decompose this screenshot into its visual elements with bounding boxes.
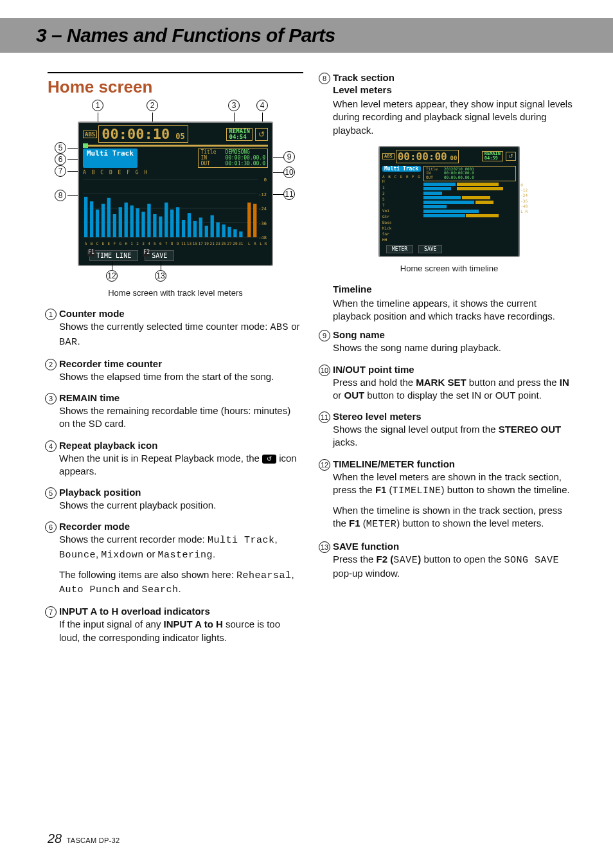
item-body: When the unit is in Repeat Playback mode…: [59, 452, 303, 478]
repeat-icon: ↺: [255, 128, 268, 141]
svg-rect-18: [107, 198, 111, 237]
svg-rect-26: [130, 206, 133, 238]
svg-rect-24: [125, 203, 128, 237]
item-body: Press the F2 (SAVE) button to open the S…: [333, 553, 577, 581]
item-9: 9Song nameShows the song name during pla…: [333, 329, 577, 354]
svg-rect-10: [84, 197, 87, 237]
svg-rect-66: [247, 203, 251, 237]
time-main: 00:00:10: [102, 126, 170, 142]
out-point: 00:01:30.00.0: [225, 161, 265, 167]
item-marker: 7: [45, 606, 57, 618]
callout-7: 7: [55, 165, 66, 177]
svg-text:L: L: [248, 241, 251, 246]
svg-text:D: D: [102, 241, 105, 246]
svg-text:R: R: [254, 241, 256, 246]
item-body: Shows the currently selected time counte…: [59, 320, 303, 349]
svg-text:19: 19: [204, 241, 209, 246]
level-meters: 0-12-24-36-48ABCDEFGH1234567891113151719…: [83, 177, 268, 248]
item-title: SAVE function: [333, 541, 577, 552]
callout-1: 1: [92, 100, 103, 111]
time-main-sm: 00:00:00: [398, 150, 447, 163]
item-7: 7INPUT A to H overload indicatorsIf the …: [59, 606, 303, 644]
svg-rect-44: [182, 220, 185, 237]
item-marker: 9: [319, 330, 330, 341]
svg-text:-12: -12: [258, 192, 267, 197]
item-title: Stereo level meters: [333, 411, 577, 422]
svg-rect-64: [239, 231, 242, 237]
item-marker: 2: [45, 359, 57, 370]
lcd-screen-timeline: ABS 00:00:00 00 REMAIN 04:59 ↺ Multi Tra…: [378, 146, 520, 257]
svg-rect-12: [90, 202, 93, 238]
svg-rect-52: [205, 226, 208, 237]
svg-text:L R: L R: [260, 241, 267, 246]
svg-rect-40: [170, 210, 173, 237]
svg-rect-36: [159, 217, 162, 237]
time-sub: 05: [175, 132, 184, 141]
song-info-box: TitleDEMOSONG IN00:00:00.00.0 OUT00:01:3…: [198, 149, 268, 168]
svg-text:-24: -24: [258, 206, 267, 212]
figure2-caption: Home screen with timeline: [321, 264, 577, 273]
item-body: If the input signal of any INPUT A to H …: [59, 618, 303, 644]
item-subtitle: Level meters: [333, 84, 577, 95]
item-title: INPUT A to H overload indicators: [59, 606, 303, 617]
svg-text:E: E: [108, 241, 111, 246]
f1-button: F1TIME LINE: [89, 250, 138, 261]
svg-rect-54: [211, 215, 214, 237]
svg-rect-68: [253, 204, 256, 237]
svg-text:-36: -36: [258, 221, 267, 226]
item-11: 11Stereo level metersShows the signal le…: [333, 411, 577, 449]
svg-text:11: 11: [181, 241, 186, 246]
svg-text:13: 13: [187, 241, 192, 246]
item-body: Shows the remaining recordable time (hou…: [59, 404, 303, 431]
svg-rect-16: [102, 204, 105, 237]
svg-text:27: 27: [227, 241, 232, 246]
counter-mode: ABS: [83, 131, 97, 138]
timeline-area: 0-12-24-36-48L R: [423, 183, 516, 217]
item-body: Shows the current playback position.: [59, 499, 303, 512]
chapter-banner: 3 – Names and Functions of Parts: [0, 18, 613, 53]
items-right: 9Song nameShows the song name during pla…: [321, 329, 577, 580]
svg-text:15: 15: [193, 241, 198, 246]
item-13: 13SAVE functionPress the F2 (SAVE) butto…: [333, 541, 577, 581]
svg-text:2: 2: [136, 241, 139, 246]
svg-rect-22: [119, 208, 122, 238]
item-body: Shows the signal level output from the S…: [333, 423, 577, 449]
svg-rect-42: [176, 208, 179, 238]
item-title: TIMELINE/METER function: [333, 458, 577, 469]
timeline-body: When the timeline appears, it shows the …: [333, 297, 577, 323]
svg-text:C: C: [96, 241, 99, 246]
svg-rect-50: [199, 218, 202, 238]
svg-text:H: H: [125, 241, 127, 246]
remain-value: 04:54: [229, 134, 250, 140]
section-title: Home screen: [48, 77, 303, 97]
item-marker: 4: [45, 440, 57, 452]
svg-text:B: B: [91, 241, 93, 246]
item-2: 2Recorder time counterShows the elapsed …: [59, 358, 303, 383]
item-body: Shows the song name during playback.: [333, 341, 577, 354]
item-title: REMAIN time: [59, 392, 303, 403]
item-title: Song name: [333, 329, 577, 340]
item-body: When the level meters are shown in the t…: [333, 471, 577, 498]
svg-text:G: G: [119, 241, 121, 246]
item-marker: 13: [319, 541, 330, 553]
item-1: 1Counter modeShows the currently selecte…: [59, 308, 303, 349]
item-3: 3REMAIN timeShows the remaining recordab…: [59, 392, 303, 431]
svg-rect-32: [147, 204, 150, 237]
svg-text:29: 29: [233, 241, 238, 246]
repeat-icon-sm: ↺: [506, 152, 516, 161]
recorder-mode: Multi Track: [83, 149, 138, 168]
svg-text:31: 31: [238, 241, 244, 246]
svg-text:8: 8: [171, 241, 173, 246]
figure1-caption: Home screen with track level meters: [48, 288, 303, 298]
home-screen-figure: 1 2 3 4 5 6 7 8 9 10 11: [53, 106, 298, 266]
item-marker: 11: [319, 411, 330, 423]
f2-button-sm: SAVE: [418, 245, 442, 253]
item-marker: 5: [45, 487, 57, 499]
svg-text:9: 9: [177, 241, 179, 246]
item-4: 4Repeat playback iconWhen the unit is in…: [59, 440, 303, 478]
svg-text:4: 4: [148, 241, 150, 246]
item-title: Playback position: [59, 487, 303, 498]
svg-text:7: 7: [165, 241, 168, 246]
svg-rect-58: [222, 225, 225, 238]
item-5: 5Playback positionShows the current play…: [59, 487, 303, 512]
